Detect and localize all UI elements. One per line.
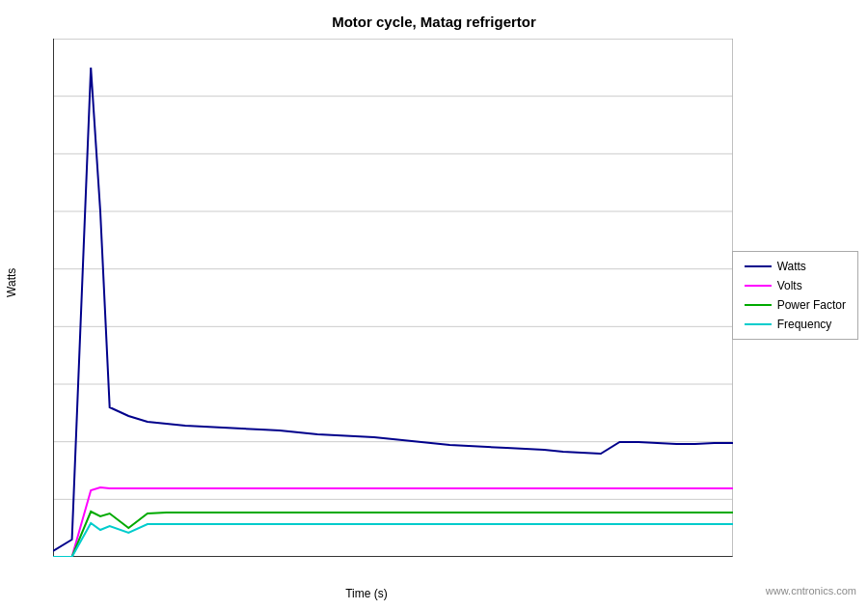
x-axis-label: Time (s) — [0, 587, 733, 600]
chart-title: Motor cycle, Matag refrigertor — [0, 0, 868, 38]
legend-label-watts: Watts — [777, 260, 806, 273]
legend-line-power-factor — [745, 304, 772, 306]
legend-line-volts — [745, 285, 772, 287]
y-axis-label: Watts — [5, 268, 18, 297]
legend-item-watts: Watts — [745, 260, 846, 273]
legend-label-frequency: Frequency — [777, 318, 832, 331]
legend-item-volts: Volts — [745, 279, 846, 292]
chart-svg: 900 800 700 600 500 400 300 200 100 0 1 … — [53, 39, 733, 557]
legend-line-watts — [745, 265, 772, 267]
watermark: www.cntronics.com — [766, 585, 856, 596]
legend-item-frequency: Frequency — [745, 318, 846, 331]
legend-label-power-factor: Power Factor — [777, 298, 846, 312]
chart-container: Motor cycle, Matag refrigertor Watts Tim… — [0, 0, 868, 610]
svg-rect-0 — [53, 39, 733, 557]
legend-line-frequency — [745, 323, 772, 325]
legend-label-volts: Volts — [777, 279, 802, 292]
legend-item-power-factor: Power Factor — [745, 298, 846, 312]
chart-legend: Watts Volts Power Factor Frequency — [732, 251, 858, 340]
